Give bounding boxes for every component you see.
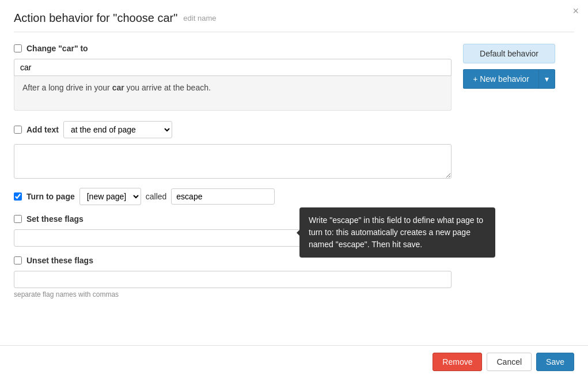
add-text-row: Add text at the end of page at the begin… [14,121,452,138]
set-flags-row: Set these flags [14,214,452,224]
change-car-checkbox[interactable] [14,44,22,52]
chevron-down-icon: ▾ [545,74,549,84]
change-car-preview: After a long drive in your car you arriv… [14,76,452,111]
change-car-label: Change "car" to [26,44,88,53]
change-car-input[interactable]: car [14,59,452,76]
default-behavior-button[interactable]: Default behavior [463,44,555,63]
edit-name-link[interactable]: edit name [183,14,216,22]
preview-bold: car [112,83,124,92]
page-dropdown[interactable]: [new page] [79,188,141,205]
close-button[interactable]: × [572,6,579,16]
set-flags-input[interactable] [14,229,452,247]
turn-to-page-label: Turn to page [26,192,75,201]
new-behavior-label: + New behavior [473,74,529,84]
footer-bar: Remove Cancel Save [0,345,588,378]
change-car-row: Change "car" to [14,44,452,53]
new-behavior-button[interactable]: + New behavior [463,69,538,89]
turn-to-page-checkbox[interactable] [14,192,22,201]
save-button[interactable]: Save [536,353,574,371]
flags-hint: separate flag names with commas [14,290,452,298]
preview-text-after: you arrive at the beach. [124,83,211,92]
modal-container: Action behavior for "choose car" edit na… [0,0,588,378]
unset-flags-label: Unset these flags [26,256,93,265]
modal-header: Action behavior for "choose car" edit na… [14,12,574,32]
add-text-textarea[interactable] [14,144,452,179]
add-text-section: Add text at the end of page at the begin… [14,121,452,179]
unset-flags-input[interactable] [14,271,452,288]
turn-to-page-row: Turn to page [new page] called escape [14,188,452,205]
side-panel: Default behavior + New behavior ▾ [463,44,555,308]
called-label: called [146,192,167,201]
modal-title: Action behavior for "choose car" [14,12,177,25]
set-flags-label: Set these flags [26,214,84,224]
called-input[interactable]: escape [171,188,275,205]
cancel-button[interactable]: Cancel [487,353,532,371]
preview-text-before: After a long drive in your [22,83,112,92]
remove-button[interactable]: Remove [433,353,482,371]
turn-to-page-section: Turn to page [new page] called escape [14,188,452,205]
unset-flags-checkbox[interactable] [14,256,22,264]
main-panel: Change "car" to car After a long drive i… [14,44,452,308]
add-text-label: Add text [26,125,59,134]
new-behavior-dropdown-button[interactable]: ▾ [538,69,555,89]
unset-flags-section: Unset these flags separate flag names wi… [14,256,452,298]
set-flags-checkbox[interactable] [14,215,22,223]
set-flags-section: Set these flags [14,214,452,247]
content-area: Change "car" to car After a long drive i… [14,44,574,308]
change-car-input-wrapper: car [14,59,452,76]
unset-flags-row: Unset these flags [14,256,452,265]
add-text-position-dropdown[interactable]: at the end of page at the beginning of p… [63,121,172,138]
change-car-section: Change "car" to car After a long drive i… [14,44,452,111]
add-text-checkbox[interactable] [14,126,22,134]
new-behavior-button-group: + New behavior ▾ [463,69,555,89]
